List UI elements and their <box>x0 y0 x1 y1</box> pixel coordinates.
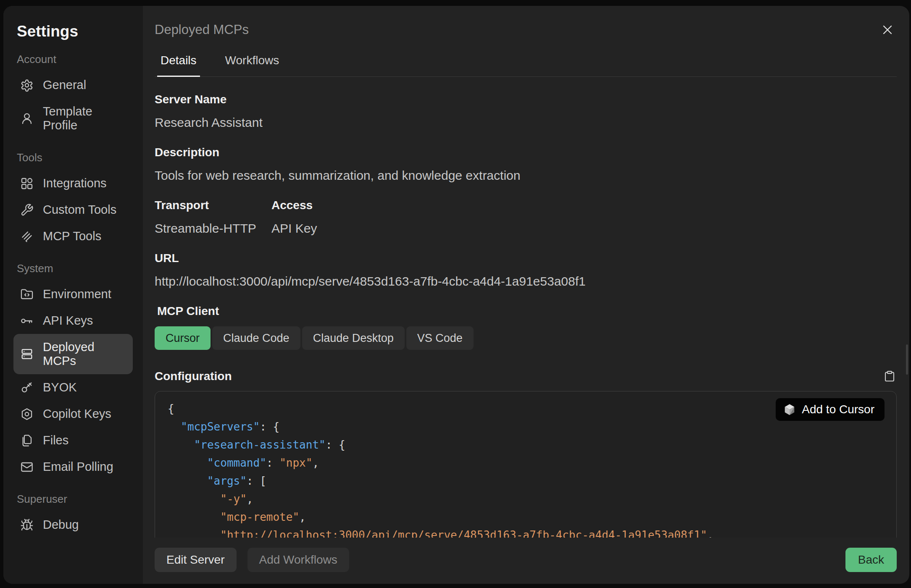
wrench-icon <box>20 203 34 217</box>
url-label: URL <box>155 252 897 265</box>
sidebar-item-label: MCP Tools <box>43 229 101 243</box>
description-label: Description <box>155 146 897 159</box>
panel-header: Deployed MCPs <box>155 20 897 39</box>
main-panel: Deployed MCPs DetailsWorkflows Server Na… <box>143 6 909 584</box>
edit-server-button[interactable]: Edit Server <box>155 548 237 572</box>
transport-label: Transport <box>155 199 271 212</box>
sidebar-item-api-keys[interactable]: API Keys <box>13 307 133 334</box>
sidebar-item-label: Debug <box>43 518 79 532</box>
code-line: "mcpServers": { <box>168 418 884 436</box>
sidebar-item-label: BYOK <box>43 381 77 394</box>
sidebar-item-template-profile[interactable]: Template Profile <box>13 98 133 139</box>
sidebar-item-integrations[interactable]: Integrations <box>13 170 133 197</box>
mcp-client-label: MCP Client <box>157 304 897 318</box>
code-line: "command": "npx", <box>168 454 884 472</box>
mcp-client-options: CursorClaude CodeClaude DesktopVS Code <box>155 326 897 350</box>
files-icon <box>20 434 34 447</box>
folder-code-icon <box>20 288 34 301</box>
code-line: "mcp-remote", <box>168 508 884 526</box>
blocks-icon <box>20 177 34 190</box>
sidebar-item-byok[interactable]: BYOK <box>13 374 133 401</box>
sidebar-item-environment[interactable]: Environment <box>13 281 133 307</box>
person-icon <box>20 112 34 125</box>
client-chip-vs-code[interactable]: VS Code <box>406 326 474 350</box>
sidebar-item-debug[interactable]: Debug <box>13 512 133 538</box>
sidebar-item-label: Integrations <box>43 176 107 190</box>
back-button[interactable]: Back <box>845 548 897 572</box>
clipboard-icon <box>883 370 896 383</box>
copy-button[interactable] <box>882 369 897 383</box>
sidebar-section-label-superuser: Superuser <box>17 493 129 506</box>
bug-icon <box>20 518 34 532</box>
sidebar: Settings AccountGeneralTemplate ProfileT… <box>3 6 143 584</box>
sidebar-item-label: API Keys <box>43 314 93 328</box>
transport-value: Streamable-HTTP <box>155 221 271 236</box>
mcp-icon <box>20 230 34 243</box>
code-lines: { "mcpServers": { "research-assistant": … <box>168 400 884 538</box>
sidebar-section-label-account: Account <box>17 53 129 66</box>
sidebar-item-files[interactable]: Files <box>13 427 133 454</box>
sidebar-item-deployed-mcps[interactable]: Deployed MCPs <box>13 334 133 374</box>
configuration-label: Configuration <box>155 370 232 383</box>
code-line: "-y", <box>168 490 884 508</box>
description-value: Tools for web research, summarization, a… <box>155 168 897 183</box>
cursor-logo-icon <box>783 403 796 416</box>
sidebar-item-copilot-keys[interactable]: Copilot Keys <box>13 401 133 427</box>
tabs: DetailsWorkflows <box>155 54 897 77</box>
footer: Edit Server Add Workflows Back <box>155 538 897 584</box>
client-chip-cursor[interactable]: Cursor <box>155 326 211 350</box>
sidebar-item-custom-tools[interactable]: Custom Tools <box>13 197 133 223</box>
settings-dialog: Settings AccountGeneralTemplate ProfileT… <box>3 6 909 584</box>
sidebar-item-label: General <box>43 78 86 92</box>
tab-workflows[interactable]: Workflows <box>222 54 283 77</box>
sidebar-item-label: Environment <box>43 287 111 301</box>
hexagon-icon <box>20 407 34 421</box>
code-line: "http://localhost:3000/api/mcp/serve/485… <box>168 526 884 538</box>
key-diagonal-icon <box>20 381 34 394</box>
settings-title: Settings <box>17 23 129 40</box>
scrollbar-thumb[interactable] <box>906 344 908 375</box>
configuration-row: Configuration <box>155 369 897 383</box>
access-value: API Key <box>271 221 897 236</box>
sidebar-item-label: Template Profile <box>43 105 126 132</box>
key-icon <box>20 314 34 328</box>
close-icon <box>880 22 895 37</box>
transport-access-row: Transport Access Streamable-HTTP API Key <box>155 183 897 236</box>
sidebar-item-label: Copilot Keys <box>43 407 111 421</box>
sidebar-section-label-tools: Tools <box>17 151 129 164</box>
sidebar-item-general[interactable]: General <box>13 72 133 98</box>
add-to-cursor-label: Add to Cursor <box>802 403 874 416</box>
client-chip-claude-desktop[interactable]: Claude Desktop <box>302 326 405 350</box>
url-value: http://localhost:3000/api/mcp/serve/4853… <box>155 274 897 289</box>
access-label: Access <box>271 199 897 212</box>
sidebar-sections: AccountGeneralTemplate ProfileToolsInteg… <box>13 53 133 538</box>
server-icon <box>20 347 34 361</box>
sidebar-item-email-polling[interactable]: Email Polling <box>13 454 133 480</box>
sidebar-item-label: Custom Tools <box>43 203 116 217</box>
sidebar-item-label: Email Polling <box>43 460 113 474</box>
sidebar-item-label: Deployed MCPs <box>43 340 126 368</box>
tab-details[interactable]: Details <box>157 54 200 77</box>
add-to-cursor-button[interactable]: Add to Cursor <box>776 398 885 421</box>
panel-title: Deployed MCPs <box>155 22 249 37</box>
details-content: Server Name Research Assistant Descripti… <box>155 77 897 538</box>
sidebar-section-label-system: System <box>17 262 129 275</box>
sidebar-item-label: Files <box>43 433 68 447</box>
client-chip-claude-code[interactable]: Claude Code <box>212 326 300 350</box>
code-line: "args": [ <box>168 472 884 490</box>
code-line: "research-assistant": { <box>168 436 884 454</box>
configuration-code: { "mcpServers": { "research-assistant": … <box>155 391 897 538</box>
server-name-value: Research Assistant <box>155 116 897 130</box>
server-name-label: Server Name <box>155 93 897 106</box>
mail-icon <box>20 460 34 474</box>
add-workflows-button[interactable]: Add Workflows <box>247 548 349 572</box>
gear-icon <box>20 79 34 92</box>
sidebar-item-mcp-tools[interactable]: MCP Tools <box>13 223 133 249</box>
close-button[interactable] <box>878 21 897 39</box>
